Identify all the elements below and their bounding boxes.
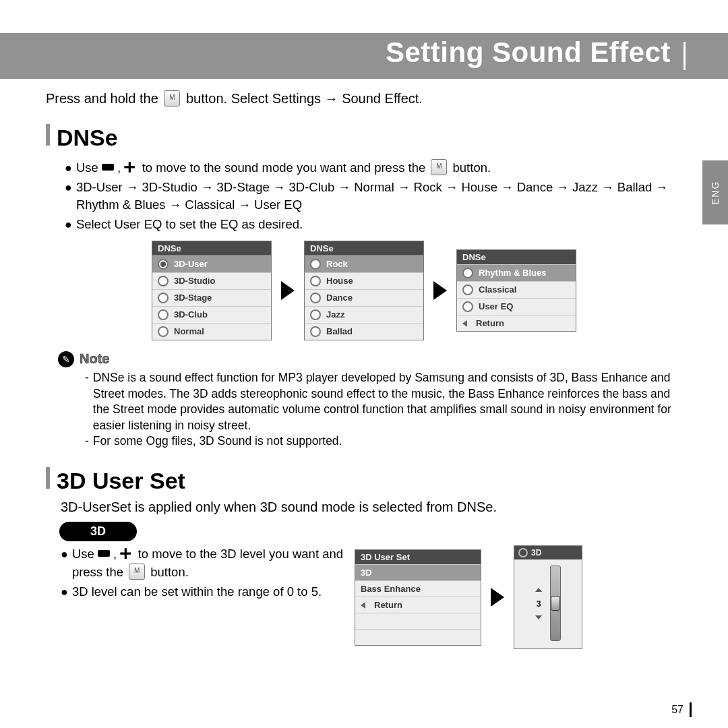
panel-title: DNSe [457, 250, 576, 264]
list-item[interactable]: Jazz [305, 306, 423, 323]
bullet-icon: ● [65, 159, 72, 177]
list-item [355, 629, 481, 645]
section-bar-icon [46, 124, 50, 146]
header-divider [684, 42, 686, 70]
list-item[interactable]: Return [457, 315, 576, 331]
note-line: DNSe is a sound effect function for MP3 … [93, 370, 682, 434]
menu-panel: DNSe Rock House Dance Jazz Ballad [304, 241, 424, 340]
item-label: Normal [174, 326, 204, 336]
bullet-text: to move to the sound mode you want and p… [142, 160, 426, 175]
radio-icon [462, 268, 473, 278]
section-title-dnse: DNSe [57, 125, 118, 151]
panel-title: DNSe [152, 241, 271, 255]
list-item[interactable]: Bass Enhance [355, 580, 481, 597]
list-item[interactable]: House [305, 272, 423, 289]
list-item[interactable]: User EQ [457, 298, 576, 315]
content-area: Press and hold the M button. Select Sett… [46, 91, 682, 649]
return-icon [361, 601, 369, 609]
radio-icon [158, 326, 169, 337]
slider-track[interactable] [550, 566, 561, 641]
section-title-3duser: 3D User Set [57, 468, 185, 494]
item-label: Classical [479, 284, 516, 295]
section-head-dnse: DNSe [46, 124, 682, 151]
radio-icon [310, 326, 321, 337]
item-label: 3D [361, 568, 372, 578]
list-item [355, 613, 481, 629]
note-header: ✎ Note [58, 351, 682, 367]
note-icon: ✎ [58, 351, 74, 367]
item-label: Jazz [326, 309, 344, 320]
slider-title: 3D [531, 548, 541, 557]
panel-title: 3D User Set [355, 550, 481, 564]
language-tab: ENG [702, 160, 728, 224]
bullet-text: to move to the 3D level you want and pre… [72, 547, 343, 579]
menu-button-icon: M [431, 159, 447, 175]
slider-thumb[interactable] [551, 596, 560, 611]
list-item[interactable]: 3D-Studio [152, 272, 271, 289]
bullet-icon: ● [65, 179, 72, 215]
dnse-bullets: ● Use , to move to the sound mode you wa… [65, 159, 682, 234]
list-item[interactable]: Rock [305, 255, 423, 272]
minus-icon [102, 164, 114, 171]
item-label: Rock [326, 259, 348, 269]
bullet-row: ● 3D level can be set within the range o… [61, 583, 344, 601]
user3d-row: ● Use , to move to the 3D level you want… [61, 545, 682, 649]
user3d-desc: 3D-UserSet is applied only when 3D sound… [61, 499, 682, 515]
button-word: button. [150, 565, 189, 579]
bullet-text: Select User EQ to set the EQ as desired. [76, 216, 303, 234]
button-word: button. [453, 160, 491, 175]
radio-icon [310, 259, 321, 270]
list-item[interactable]: Return [355, 597, 481, 613]
list-item[interactable]: Normal [152, 323, 271, 340]
header-band: Setting Sound Effect [0, 33, 728, 79]
panel-title: DNSe [305, 241, 423, 255]
item-label: Return [476, 318, 504, 328]
list-item[interactable]: 3D-Club [152, 306, 271, 323]
caret-down-icon[interactable] [535, 615, 542, 619]
list-item[interactable]: Rhythm & Blues [457, 264, 576, 281]
plus-icon [124, 162, 135, 173]
radio-icon [462, 301, 473, 312]
slider-value: 3 [536, 599, 541, 609]
use-word: Use [72, 547, 94, 561]
plus-icon [120, 548, 131, 559]
menu-button-icon: M [129, 564, 145, 580]
dash-icon: - [85, 370, 89, 434]
intro-line: Press and hold the M button. Select Sett… [46, 91, 682, 108]
bullet-text: 3D level can be set within the range of … [72, 583, 322, 601]
item-label: Return [374, 600, 402, 610]
radio-icon [158, 293, 169, 303]
caret-up-icon[interactable] [535, 588, 542, 592]
bullet-row: ● Use , to move to the sound mode you wa… [65, 159, 682, 177]
item-label: Bass Enhance [361, 584, 421, 594]
slider-value-display: 3 [535, 588, 542, 619]
list-item[interactable]: Dance [305, 289, 423, 306]
arrow-right-icon [281, 281, 295, 300]
radio-icon [310, 293, 321, 303]
list-item[interactable]: 3D [355, 564, 481, 580]
page-number-bar [690, 702, 692, 717]
radio-icon [158, 309, 169, 320]
dnse-panels: DNSe 3D-User 3D-Studio 3D-Stage 3D-Club … [46, 241, 682, 340]
list-item[interactable]: 3D-Stage [152, 289, 271, 306]
section-head-3duser: 3D User Set [46, 467, 682, 494]
bullet-row: ● Select User EQ to set the EQ as desire… [65, 216, 682, 234]
menu-panel: DNSe 3D-User 3D-Studio 3D-Stage 3D-Club … [152, 241, 272, 340]
item-label: 3D-Stage [174, 293, 212, 303]
item-label: User EQ [479, 301, 513, 311]
list-item[interactable]: Ballad [305, 323, 423, 340]
note-line: For some Ogg files, 3D Sound is not supp… [93, 433, 342, 450]
list-item[interactable]: Classical [457, 281, 576, 298]
use-word: Use [76, 160, 98, 175]
list-item[interactable]: 3D-User [152, 255, 271, 272]
page-number: 57 [671, 704, 684, 716]
user3d-bullets: ● Use , to move to the 3D level you want… [61, 545, 344, 602]
bullet-icon: ● [61, 583, 68, 601]
section-bar-icon [46, 467, 50, 489]
item-label: 3D-Studio [174, 276, 215, 286]
arrow-right-icon [491, 588, 504, 607]
item-label: Ballad [326, 326, 353, 336]
minus-icon [98, 550, 110, 557]
note-body: -DNSe is a sound effect function for MP3… [85, 370, 682, 450]
menu-button-icon: M [164, 90, 180, 107]
